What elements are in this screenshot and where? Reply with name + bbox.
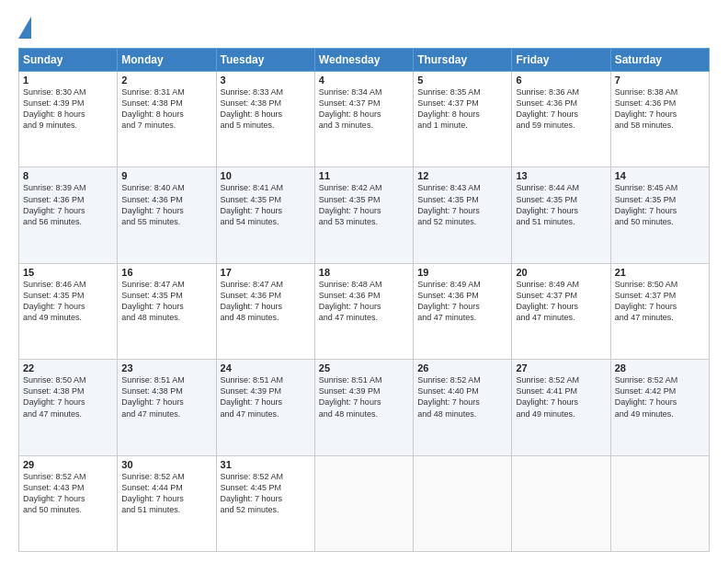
calendar-cell [314,455,413,551]
calendar-week-3: 15Sunrise: 8:46 AM Sunset: 4:35 PM Dayli… [19,263,710,359]
cell-details: Sunrise: 8:47 AM Sunset: 4:36 PM Dayligh… [221,279,311,324]
day-number: 14 [615,170,705,181]
day-number: 10 [221,170,311,181]
day-number: 18 [319,267,409,278]
calendar-cell: 22Sunrise: 8:50 AM Sunset: 4:38 PM Dayli… [19,360,118,455]
calendar-cell: 27Sunrise: 8:52 AM Sunset: 4:41 PM Dayli… [512,360,610,455]
calendar-cell: 3Sunrise: 8:33 AM Sunset: 4:38 PM Daylig… [216,72,314,167]
day-number: 20 [516,267,606,278]
calendar-cell: 11Sunrise: 8:42 AM Sunset: 4:35 PM Dayli… [314,167,413,263]
day-number: 25 [319,362,409,373]
day-number: 17 [221,267,311,278]
cell-details: Sunrise: 8:49 AM Sunset: 4:37 PM Dayligh… [516,279,606,324]
calendar-cell: 28Sunrise: 8:52 AM Sunset: 4:42 PM Dayli… [610,360,709,455]
calendar-cell: 20Sunrise: 8:49 AM Sunset: 4:37 PM Dayli… [512,263,610,359]
cell-details: Sunrise: 8:35 AM Sunset: 4:37 PM Dayligh… [417,86,507,132]
day-number: 13 [516,170,606,181]
calendar-cell: 5Sunrise: 8:35 AM Sunset: 4:37 PM Daylig… [414,72,512,167]
cell-details: Sunrise: 8:47 AM Sunset: 4:35 PM Dayligh… [121,279,211,324]
calendar-cell: 9Sunrise: 8:40 AM Sunset: 4:36 PM Daylig… [118,167,216,263]
cell-details: Sunrise: 8:38 AM Sunset: 4:36 PM Dayligh… [615,86,705,132]
day-number: 27 [516,362,606,373]
cell-details: Sunrise: 8:39 AM Sunset: 4:36 PM Dayligh… [23,182,113,227]
calendar-cell: 24Sunrise: 8:51 AM Sunset: 4:39 PM Dayli… [216,360,314,455]
calendar-cell: 8Sunrise: 8:39 AM Sunset: 4:36 PM Daylig… [19,167,118,263]
calendar-cell: 30Sunrise: 8:52 AM Sunset: 4:44 PM Dayli… [118,455,216,551]
cell-details: Sunrise: 8:52 AM Sunset: 4:43 PM Dayligh… [23,471,113,516]
day-number: 19 [417,267,507,278]
day-header-thursday: Thursday [414,49,512,72]
cell-details: Sunrise: 8:40 AM Sunset: 4:36 PM Dayligh… [121,182,211,227]
calendar-cell: 7Sunrise: 8:38 AM Sunset: 4:36 PM Daylig… [610,72,709,167]
calendar-cell: 2Sunrise: 8:31 AM Sunset: 4:38 PM Daylig… [118,72,216,167]
cell-details: Sunrise: 8:46 AM Sunset: 4:35 PM Dayligh… [23,279,113,324]
calendar-cell: 19Sunrise: 8:49 AM Sunset: 4:36 PM Dayli… [414,263,512,359]
day-header-saturday: Saturday [610,49,709,72]
calendar-cell: 6Sunrise: 8:36 AM Sunset: 4:36 PM Daylig… [512,72,610,167]
day-header-sunday: Sunday [19,49,118,72]
calendar-cell: 25Sunrise: 8:51 AM Sunset: 4:39 PM Dayli… [314,360,413,455]
cell-details: Sunrise: 8:49 AM Sunset: 4:36 PM Dayligh… [417,279,507,324]
calendar-cell [512,455,610,551]
day-number: 24 [221,362,311,373]
calendar-cell: 14Sunrise: 8:45 AM Sunset: 4:35 PM Dayli… [610,167,709,263]
calendar-table: SundayMondayTuesdayWednesdayThursdayFrid… [18,48,710,552]
day-number: 4 [319,75,409,86]
calendar-cell: 15Sunrise: 8:46 AM Sunset: 4:35 PM Dayli… [19,263,118,359]
calendar-cell [414,455,512,551]
day-number: 16 [121,267,211,278]
calendar-cell: 1Sunrise: 8:30 AM Sunset: 4:39 PM Daylig… [19,72,118,167]
logo [18,15,35,39]
calendar-cell: 18Sunrise: 8:48 AM Sunset: 4:36 PM Dayli… [314,263,413,359]
calendar-week-5: 29Sunrise: 8:52 AM Sunset: 4:43 PM Dayli… [19,455,710,551]
day-number: 21 [615,267,705,278]
cell-details: Sunrise: 8:50 AM Sunset: 4:37 PM Dayligh… [615,279,705,324]
calendar-cell: 17Sunrise: 8:47 AM Sunset: 4:36 PM Dayli… [216,263,314,359]
cell-details: Sunrise: 8:52 AM Sunset: 4:41 PM Dayligh… [516,374,606,419]
calendar-cell: 31Sunrise: 8:52 AM Sunset: 4:45 PM Dayli… [216,455,314,551]
day-header-monday: Monday [118,49,216,72]
calendar-cell: 12Sunrise: 8:43 AM Sunset: 4:35 PM Dayli… [414,167,512,263]
day-number: 1 [23,75,113,86]
calendar-week-1: 1Sunrise: 8:30 AM Sunset: 4:39 PM Daylig… [19,72,710,167]
cell-details: Sunrise: 8:31 AM Sunset: 4:38 PM Dayligh… [121,86,211,132]
calendar-week-2: 8Sunrise: 8:39 AM Sunset: 4:36 PM Daylig… [19,167,710,263]
cell-details: Sunrise: 8:43 AM Sunset: 4:35 PM Dayligh… [417,182,507,227]
cell-details: Sunrise: 8:52 AM Sunset: 4:40 PM Dayligh… [417,374,507,419]
calendar-cell: 23Sunrise: 8:51 AM Sunset: 4:38 PM Dayli… [118,360,216,455]
calendar-cell: 10Sunrise: 8:41 AM Sunset: 4:35 PM Dayli… [216,167,314,263]
day-header-tuesday: Tuesday [216,49,314,72]
day-number: 31 [221,459,311,470]
day-header-wednesday: Wednesday [314,49,413,72]
day-number: 9 [121,170,211,181]
page: SundayMondayTuesdayWednesdayThursdayFrid… [0,0,728,563]
cell-details: Sunrise: 8:51 AM Sunset: 4:39 PM Dayligh… [221,374,311,419]
cell-details: Sunrise: 8:52 AM Sunset: 4:45 PM Dayligh… [221,471,311,516]
day-number: 5 [417,75,507,86]
day-number: 23 [121,362,211,373]
cell-details: Sunrise: 8:48 AM Sunset: 4:36 PM Dayligh… [319,279,409,324]
day-number: 11 [319,170,409,181]
calendar-cell: 13Sunrise: 8:44 AM Sunset: 4:35 PM Dayli… [512,167,610,263]
calendar-cell: 29Sunrise: 8:52 AM Sunset: 4:43 PM Dayli… [19,455,118,551]
day-number: 12 [417,170,507,181]
day-number: 22 [23,362,113,373]
calendar-header-row: SundayMondayTuesdayWednesdayThursdayFrid… [19,49,710,72]
calendar-cell: 26Sunrise: 8:52 AM Sunset: 4:40 PM Dayli… [414,360,512,455]
day-number: 28 [615,362,705,373]
cell-details: Sunrise: 8:50 AM Sunset: 4:38 PM Dayligh… [23,374,113,419]
cell-details: Sunrise: 8:33 AM Sunset: 4:38 PM Dayligh… [221,86,311,132]
cell-details: Sunrise: 8:36 AM Sunset: 4:36 PM Dayligh… [516,86,606,132]
day-number: 3 [221,75,311,86]
cell-details: Sunrise: 8:34 AM Sunset: 4:37 PM Dayligh… [319,86,409,132]
day-header-friday: Friday [512,49,610,72]
cell-details: Sunrise: 8:42 AM Sunset: 4:35 PM Dayligh… [319,182,409,227]
day-number: 29 [23,459,113,470]
header [18,15,710,39]
day-number: 8 [23,170,113,181]
calendar-week-4: 22Sunrise: 8:50 AM Sunset: 4:38 PM Dayli… [19,360,710,455]
cell-details: Sunrise: 8:44 AM Sunset: 4:35 PM Dayligh… [516,182,606,227]
cell-details: Sunrise: 8:51 AM Sunset: 4:39 PM Dayligh… [319,374,409,419]
day-number: 2 [121,75,211,86]
cell-details: Sunrise: 8:41 AM Sunset: 4:35 PM Dayligh… [221,182,311,227]
